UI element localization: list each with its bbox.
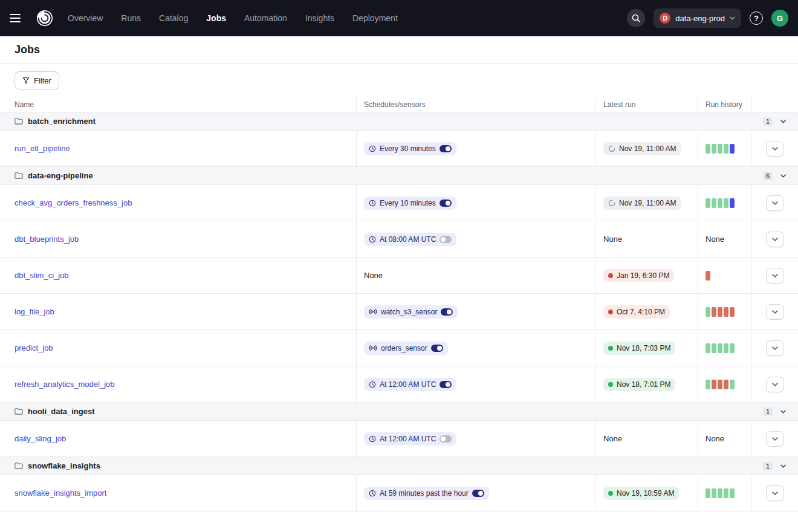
group-row[interactable]: data-eng-pipeline 6 xyxy=(0,167,798,185)
filter-button[interactable]: Filter xyxy=(15,71,59,89)
nav-item-insights[interactable]: Insights xyxy=(305,13,334,23)
run-history-bar-in_progress[interactable] xyxy=(730,144,735,154)
clock-icon xyxy=(369,435,376,443)
group-row[interactable]: snowflake_insights 1 xyxy=(0,457,798,475)
expand-row-button[interactable] xyxy=(766,377,784,392)
run-history-bar-success[interactable] xyxy=(730,343,735,353)
latest-run-pill[interactable]: Jan 19, 6:30 PM xyxy=(603,269,674,282)
nav-item-catalog[interactable]: Catalog xyxy=(159,13,188,23)
expand-row-button[interactable] xyxy=(766,141,784,157)
latest-run-pill[interactable]: Nov 18, 7:03 PM xyxy=(603,342,675,355)
latest-run-pill[interactable]: Oct 7, 4:10 PM xyxy=(603,305,670,319)
run-history-bar-success[interactable] xyxy=(718,144,722,154)
schedule-pill[interactable]: At 12:00 AM UTC xyxy=(364,378,456,391)
job-link[interactable]: predict_job xyxy=(15,343,53,352)
run-history-bar-failure[interactable] xyxy=(718,380,722,389)
nav-item-automation[interactable]: Automation xyxy=(244,13,287,23)
expand-row-button[interactable] xyxy=(766,304,784,320)
schedule-pill[interactable]: At 08:00 AM UTC xyxy=(364,233,456,246)
run-history-bar-success[interactable] xyxy=(706,380,710,389)
job-link[interactable]: dbt_slim_ci_job xyxy=(15,271,69,280)
run-history-bar-success[interactable] xyxy=(712,198,716,208)
latest-run-pill[interactable]: Nov 19, 11:00 AM xyxy=(603,196,681,210)
run-history-bar-failure[interactable] xyxy=(712,307,716,317)
expand-row-button[interactable] xyxy=(766,485,784,501)
run-history-bar-success[interactable] xyxy=(730,380,735,389)
job-link[interactable]: check_avg_orders_freshness_job xyxy=(15,198,132,207)
schedule-label: At 08:00 AM UTC xyxy=(380,235,436,244)
run-history-bar-success[interactable] xyxy=(724,488,728,498)
job-link[interactable]: snowflake_insights_import xyxy=(15,488,106,498)
sensor-toggle[interactable] xyxy=(441,308,453,316)
nav-item-jobs[interactable]: Jobs xyxy=(206,13,226,23)
sensor-pill[interactable]: watch_s3_sensor xyxy=(364,305,458,319)
run-history-bar-failure[interactable] xyxy=(730,307,735,317)
help-icon[interactable]: ? xyxy=(750,11,763,25)
nav-item-overview[interactable]: Overview xyxy=(68,13,103,23)
run-history-bar-failure[interactable] xyxy=(712,380,716,389)
schedule-pill[interactable]: At 59 minutes past the hour xyxy=(364,487,489,500)
run-history-bar-failure[interactable] xyxy=(718,307,722,317)
run-history-bar-failure[interactable] xyxy=(706,271,710,281)
expand-row-button[interactable] xyxy=(766,195,784,211)
run-history-bar-success[interactable] xyxy=(712,488,716,498)
schedule-pill[interactable]: Every 30 minutes xyxy=(364,142,456,155)
job-latest-run-cell: Jan 19, 6:30 PM xyxy=(596,258,698,293)
schedule-toggle[interactable] xyxy=(440,236,452,243)
group-row[interactable]: batch_enrichment 1 xyxy=(0,112,798,131)
run-history-bar-success[interactable] xyxy=(712,144,716,154)
schedule-toggle[interactable] xyxy=(440,381,452,388)
expand-row-button[interactable] xyxy=(766,268,784,284)
group-row[interactable]: hooli_data_ingest 1 xyxy=(0,403,798,421)
search-icon[interactable] xyxy=(627,9,645,27)
latest-run-pill[interactable]: Nov 19, 11:00 AM xyxy=(603,142,681,155)
dagster-logo-icon[interactable] xyxy=(33,6,57,30)
run-history-bar-success[interactable] xyxy=(706,144,710,154)
run-history-bar-failure[interactable] xyxy=(724,307,728,317)
run-history-bar-success[interactable] xyxy=(706,198,710,208)
run-history-bar-in_progress[interactable] xyxy=(730,198,735,208)
user-avatar[interactable]: G xyxy=(771,10,788,27)
schedule-pill[interactable]: At 12:00 AM UTC xyxy=(364,432,456,446)
run-history-bar-success[interactable] xyxy=(718,488,722,498)
latest-run-pill[interactable]: Nov 18, 7:01 PM xyxy=(603,378,675,391)
sensor-toggle[interactable] xyxy=(431,345,443,352)
job-link[interactable]: log_file_job xyxy=(15,307,54,316)
job-actions-cell xyxy=(751,185,798,221)
run-history-bar-success[interactable] xyxy=(718,198,722,208)
latest-run-pill[interactable]: Nov 19, 10:59 AM xyxy=(603,487,679,500)
group-collapse-caret-icon[interactable] xyxy=(780,174,786,178)
schedule-toggle[interactable] xyxy=(472,490,484,497)
hamburger-menu-icon[interactable] xyxy=(10,8,30,28)
schedule-pill[interactable]: Every 10 minutes xyxy=(364,196,456,210)
run-history-bar-success[interactable] xyxy=(706,488,710,498)
group-collapse-caret-icon[interactable] xyxy=(780,120,786,123)
expand-row-button[interactable] xyxy=(766,232,784,247)
expand-row-button[interactable] xyxy=(766,340,784,356)
run-history-bar-failure[interactable] xyxy=(724,380,728,389)
job-link[interactable]: daily_sling_job xyxy=(15,434,66,443)
expand-row-button[interactable] xyxy=(766,431,784,447)
run-history-bar-success[interactable] xyxy=(706,343,710,353)
group-collapse-caret-icon[interactable] xyxy=(780,464,786,468)
group-collapse-caret-icon[interactable] xyxy=(780,410,786,414)
nav-item-deployment[interactable]: Deployment xyxy=(352,13,398,23)
schedule-none-text: None xyxy=(364,271,383,280)
job-link[interactable]: run_etl_pipeline xyxy=(15,144,70,153)
schedule-toggle[interactable] xyxy=(440,145,452,152)
run-history-bar-success[interactable] xyxy=(706,307,710,317)
deployment-switcher[interactable]: D data-eng-prod xyxy=(654,8,741,28)
sensor-pill[interactable]: orders_sensor xyxy=(364,342,448,355)
run-history-bar-success[interactable] xyxy=(712,343,716,353)
job-link[interactable]: refresh_analytics_model_job xyxy=(15,380,114,389)
run-history-bar-success[interactable] xyxy=(724,343,728,353)
schedule-toggle[interactable] xyxy=(440,199,452,207)
run-history-bar-success[interactable] xyxy=(724,198,728,208)
job-schedule-cell: At 08:00 AM UTC xyxy=(357,221,596,257)
schedule-toggle[interactable] xyxy=(440,435,452,443)
run-history-bar-success[interactable] xyxy=(718,343,722,353)
nav-item-runs[interactable]: Runs xyxy=(121,13,141,23)
run-history-bar-success[interactable] xyxy=(724,144,728,154)
run-history-bar-success[interactable] xyxy=(730,488,735,498)
job-link[interactable]: dbt_blueprints_job xyxy=(15,235,79,244)
